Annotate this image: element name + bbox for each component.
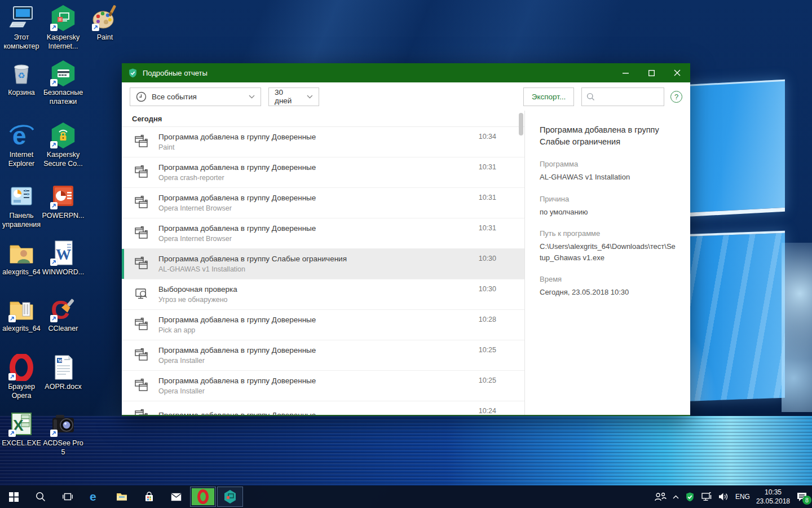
- maximize-button[interactable]: [638, 63, 664, 82]
- wallpaper-reflection: [0, 416, 812, 485]
- search-box[interactable]: [581, 87, 664, 106]
- tray-expand-chevron-icon[interactable]: [673, 495, 679, 499]
- kaspersky-internet-security-icon: [50, 5, 77, 32]
- application-event-icon: [134, 317, 149, 332]
- desktop-icon-aopr-docx[interactable]: W AOPR.docx: [42, 354, 85, 392]
- svg-text:e: e: [90, 491, 96, 503]
- events-filter-dropdown[interactable]: Все события: [130, 87, 261, 106]
- shortcut-arrow-icon: [8, 430, 16, 437]
- list-scrollbar[interactable]: [519, 113, 523, 135]
- desktop-icon-label: EXCEL.EXE: [2, 439, 41, 448]
- people-icon[interactable]: [655, 492, 667, 501]
- chevron-down-icon: [307, 95, 313, 99]
- search-icon: [586, 93, 595, 101]
- desktop-icon-kaspersky-internet-security[interactable]: Kaspersky Internet...: [42, 5, 85, 51]
- taskbar-clock[interactable]: 10:35 23.05.2018: [756, 488, 790, 506]
- event-row[interactable]: Программа добавлена в группу ДоверенныеO…: [122, 371, 524, 401]
- details-program-value: AL-GHAWAS v1 Installation: [540, 172, 676, 183]
- kaspersky-secure-connection-icon: [50, 122, 77, 149]
- desktop-icon-label: CCleaner: [48, 325, 78, 334]
- powerpoint-icon: [50, 183, 77, 210]
- desktop-icon-recycle-bin[interactable]: ♻ Корзина: [0, 60, 43, 98]
- export-button[interactable]: Экспорт...: [523, 87, 574, 106]
- desktop-icon-label: ACDSee Pro 5: [42, 439, 85, 457]
- security-shield-icon[interactable]: [685, 492, 695, 502]
- help-button[interactable]: ?: [670, 91, 682, 103]
- notification-count-badge: 8: [802, 496, 811, 505]
- application-event-icon: [134, 378, 149, 393]
- event-time: 10:28: [479, 316, 496, 323]
- close-button[interactable]: [664, 63, 690, 82]
- event-title: Выборочная проверка: [158, 285, 457, 294]
- application-event-icon: [134, 134, 149, 150]
- application-event-icon: [134, 165, 149, 180]
- desktop-icon-safe-money[interactable]: Безопасные платежи: [42, 60, 85, 106]
- event-row[interactable]: Программа добавлена в группу ДоверенныеO…: [122, 218, 524, 249]
- minimize-button[interactable]: [612, 63, 638, 82]
- event-row[interactable]: Программа добавлена в группу ДоверенныеP…: [122, 310, 524, 340]
- desktop-icon-label: Этот компьютер: [0, 33, 43, 51]
- event-title: Программа добавлена в группу Доверенные: [158, 133, 457, 141]
- word-document-icon: W: [50, 354, 77, 381]
- period-filter-value: 30 дней: [275, 88, 302, 105]
- event-row[interactable]: Программа добавлена в группу Доверенные …: [122, 401, 524, 415]
- event-row[interactable]: Программа добавлена в группу ДоверенныеO…: [122, 157, 524, 188]
- desktop-icon-label: POWERPN...: [42, 212, 84, 221]
- desktop-icon-this-pc[interactable]: Этот компьютер: [0, 5, 43, 51]
- desktop-icon-label: WINWORD...: [42, 268, 84, 277]
- network-icon[interactable]: [701, 492, 712, 501]
- desktop-icon-internet-explorer[interactable]: e Internet Explorer: [0, 122, 43, 168]
- edge-button[interactable]: e: [81, 485, 108, 508]
- clock-icon: [136, 91, 147, 102]
- desktop-icon-control-panel[interactable]: Панель управления: [0, 183, 43, 229]
- desktop-icon-acdsee[interactable]: ACDSee Pro 5: [42, 410, 85, 457]
- event-row-selected[interactable]: Программа добавлена в группу Слабые огра…: [122, 249, 524, 279]
- event-row[interactable]: Программа добавлена в группу ДоверенныеO…: [122, 188, 524, 218]
- shortcut-arrow-icon: [92, 24, 99, 31]
- desktop-icon-label: Корзина: [8, 89, 35, 98]
- edge-icon: e: [89, 491, 101, 503]
- internet-explorer-icon: e: [8, 122, 35, 149]
- start-button[interactable]: [0, 485, 27, 508]
- volume-icon[interactable]: [718, 492, 729, 501]
- application-event-icon: [134, 256, 149, 271]
- kaspersky-icon: [223, 489, 237, 504]
- desktop-icon-opera[interactable]: Браузер Opera: [0, 354, 43, 400]
- store-button[interactable]: [135, 485, 162, 508]
- desktop-icon-kaspersky-secure-connection[interactable]: Kaspersky Secure Co...: [42, 122, 85, 168]
- scan-event-icon: [134, 287, 149, 302]
- event-title: Программа добавлена в группу Доверенные: [158, 224, 457, 233]
- desktop-icon-paint[interactable]: Paint: [83, 5, 126, 42]
- search-input[interactable]: [598, 93, 659, 101]
- event-time: 10:31: [479, 224, 496, 232]
- event-row[interactable]: Программа добавлена в группу ДоверенныеO…: [122, 340, 524, 371]
- period-filter-dropdown[interactable]: 30 дней: [268, 87, 319, 106]
- recycle-bin-icon: ♻: [8, 60, 35, 87]
- opera-taskbar-button[interactable]: [190, 487, 216, 507]
- desktop-icon-ccleaner[interactable]: C CCleaner: [42, 296, 85, 334]
- event-subtitle: AL-GHAWAS v1 Installation: [158, 265, 457, 273]
- file-explorer-button[interactable]: [108, 485, 135, 508]
- desktop-icon-word[interactable]: W WINWORD...: [42, 239, 85, 277]
- camera-icon: [50, 410, 77, 437]
- details-title: Программа добавлена в группу Слабые огра…: [540, 124, 676, 148]
- event-row[interactable]: Выборочная проверкаУгроз не обнаружено 1…: [122, 279, 524, 310]
- window-title: Подробные отчеты: [143, 69, 208, 77]
- language-indicator[interactable]: ENG: [735, 493, 750, 501]
- desktop-icon-excel[interactable]: X EXCEL.EXE: [0, 410, 43, 448]
- mail-icon: [171, 493, 182, 501]
- event-subtitle: Opera Internet Browser: [158, 235, 457, 243]
- kaspersky-taskbar-button[interactable]: [217, 487, 243, 507]
- mail-button[interactable]: [162, 485, 189, 508]
- desktop-icon-user-folder[interactable]: alexgrits_64: [0, 239, 43, 277]
- event-subtitle: Угроз не обнаружено: [158, 296, 457, 304]
- taskbar-search-button[interactable]: [27, 485, 54, 508]
- task-view-button[interactable]: [54, 485, 81, 508]
- desktop-icon-powerpoint[interactable]: POWERPN...: [42, 183, 85, 221]
- word-icon: W: [50, 239, 77, 266]
- event-row[interactable]: Программа добавлена в группу ДоверенныеP…: [122, 127, 524, 157]
- action-center-button[interactable]: 8: [796, 492, 807, 502]
- desktop-icon-label: Безопасные платежи: [42, 89, 85, 106]
- desktop-icon-shared-folder[interactable]: alexgrits_64: [0, 296, 43, 334]
- event-subtitle: Opera Installer: [158, 357, 457, 365]
